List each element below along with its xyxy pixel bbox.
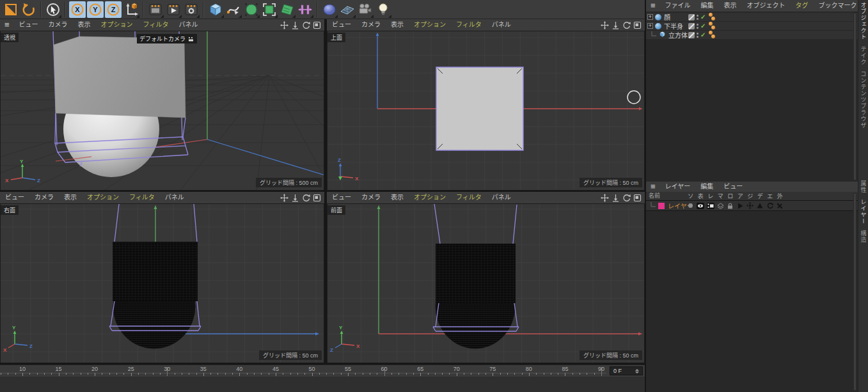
menu-item[interactable]: ロ (725, 192, 736, 200)
menu-item[interactable]: 編集 (695, 181, 718, 192)
menu-item[interactable]: ア (736, 192, 746, 200)
rotate-view-icon[interactable] (622, 194, 631, 202)
edit-toggle-icon[interactable] (688, 32, 695, 38)
menu-item[interactable]: 表示 (59, 192, 82, 203)
generators-icon[interactable] (261, 1, 278, 18)
menu-item[interactable]: フィルタ (138, 19, 174, 31)
layer-color-swatch[interactable] (658, 203, 665, 209)
symmetry-icon[interactable] (297, 1, 313, 18)
menu-item[interactable]: カメラ (29, 192, 59, 203)
menu-item[interactable]: デ (755, 192, 766, 200)
x-axis-lock-icon[interactable]: X (69, 1, 86, 18)
z-axis-lock-icon[interactable]: Z (105, 1, 122, 18)
object-handle-circle[interactable] (627, 91, 640, 104)
rotate-view-icon[interactable] (622, 21, 631, 29)
camera-icon[interactable] (357, 1, 374, 18)
deformers-toggle-icon[interactable] (755, 203, 766, 209)
object-manager-menu-items[interactable]: ファイル編集表示オブジェクトタグブックマーク (660, 0, 862, 12)
menu-item[interactable]: 属性 (858, 180, 868, 193)
menu-item[interactable]: オブジェクト (742, 0, 791, 12)
menu-item[interactable]: ビュー (14, 19, 43, 31)
menu-item[interactable]: 表示 (73, 19, 96, 31)
cube-wireframe[interactable] (113, 242, 198, 301)
menu-item[interactable]: オプション (96, 19, 138, 31)
dolly-view-icon[interactable] (612, 194, 620, 202)
live-selection-icon[interactable] (45, 1, 61, 18)
viewport-menu-items[interactable]: ビューカメラ表示オプションフィルタパネル (0, 192, 189, 203)
menu-item[interactable]: オプション (82, 192, 124, 203)
visibility-dots[interactable] (697, 33, 698, 38)
cube-wireframe[interactable] (436, 244, 516, 303)
toggle-view-icon[interactable] (313, 194, 321, 202)
layer-row[interactable]: レイヤー (646, 201, 858, 210)
menu-item[interactable]: ビュー (0, 192, 29, 203)
menu-item[interactable]: フィルタ (451, 19, 487, 31)
viewport-menu-items[interactable]: ビューカメラ表示オプションフィルタパネル (327, 192, 516, 203)
edit-toggle-icon[interactable] (688, 23, 695, 29)
expressions-toggle-icon[interactable] (765, 203, 775, 209)
floor-icon[interactable] (339, 1, 356, 18)
menu-item[interactable]: レイヤー (660, 181, 696, 192)
viewport-front[interactable]: Y X Z 前面 グリッド間隔 : 50 cm (327, 203, 645, 363)
dolly-view-icon[interactable] (291, 194, 299, 202)
camera-badge[interactable]: デフォルトカメラ (137, 34, 197, 43)
phong-tag-icon[interactable] (707, 31, 716, 39)
menu-item[interactable]: ソ (686, 192, 696, 200)
menu-item[interactable]: 構造 (858, 230, 868, 243)
object-name[interactable]: 立方体 (668, 30, 688, 40)
animation-toggle-icon[interactable] (736, 203, 746, 209)
rotate-view-icon[interactable] (302, 194, 310, 202)
spline-pen-icon[interactable] (225, 1, 242, 18)
menu-item[interactable]: タグ (791, 0, 814, 12)
light-icon[interactable] (375, 1, 391, 18)
edit-toggle-icon[interactable] (688, 14, 695, 20)
menu-item[interactable]: レ (706, 192, 716, 200)
object-name[interactable]: 顔 (664, 12, 670, 22)
timeline-ruler[interactable]: 1015202530354045505560657075808590 0 F (0, 365, 645, 377)
rotate-view-icon[interactable] (302, 21, 310, 29)
solo-toggle-icon[interactable] (686, 203, 696, 208)
menu-item[interactable]: 表 (696, 192, 706, 200)
phong-tag-icon[interactable] (707, 22, 716, 30)
toggle-view-icon[interactable] (633, 21, 642, 29)
xref-toggle-icon[interactable] (775, 203, 785, 209)
menu-item[interactable]: ビュー (327, 19, 356, 31)
menu-item[interactable]: オプション (409, 19, 451, 31)
coordinate-system-icon[interactable] (123, 1, 139, 18)
menu-item[interactable]: パネル (487, 192, 516, 203)
viewport-menu-items[interactable]: ビューカメラ表示オプションフィルタパネル (14, 19, 203, 31)
menu-item[interactable]: レイヤー (858, 199, 868, 224)
menu-item[interactable]: ジ (745, 192, 755, 200)
visibility-dots[interactable] (697, 24, 698, 29)
edit-render-settings-icon[interactable] (183, 1, 200, 18)
ruler-ticks[interactable]: 1015202530354045505560657075808590 (0, 365, 608, 377)
dolly-view-icon[interactable] (612, 21, 620, 29)
menu-item[interactable]: エ (765, 192, 775, 200)
enabled-check-icon[interactable]: ✓ (700, 13, 706, 20)
lock-toggle-icon[interactable] (725, 203, 736, 209)
menu-item[interactable]: パネル (487, 19, 516, 31)
frame-stepper-icon[interactable] (635, 369, 639, 373)
menu-item[interactable]: テイク (858, 46, 868, 65)
object-manager-panel-icon[interactable]: ≡ (646, 1, 660, 11)
visibility-dots[interactable] (697, 15, 698, 20)
render-view-icon[interactable] (147, 1, 164, 18)
view-panel-menu-icon[interactable]: ≡ (0, 20, 14, 30)
viewport-top[interactable]: Z X 上面 グリッド間隔 : 50 cm (327, 31, 645, 191)
pan-view-icon[interactable] (601, 21, 609, 29)
menu-item[interactable]: 表示 (386, 19, 409, 31)
menu-item[interactable]: カメラ (43, 19, 73, 31)
layer-manager-menu-items[interactable]: レイヤー編集ビュー (660, 181, 748, 192)
manager-toggle-icon[interactable] (716, 203, 726, 209)
render-to-picture-viewer-icon[interactable] (165, 1, 182, 18)
expand-icon[interactable]: + (647, 23, 653, 29)
y-axis-lock-icon[interactable]: Y (87, 1, 104, 18)
object-name[interactable]: 下半身 (664, 21, 683, 31)
object-manager-scrollbar[interactable] (853, 13, 856, 180)
object-row-face[interactable]: + 顔 ✓ (646, 13, 858, 21)
phong-tag-icon[interactable] (707, 13, 716, 21)
layer-manager-panel-icon[interactable]: ≡ (646, 182, 660, 192)
add-cube-icon[interactable] (207, 1, 224, 18)
dolly-view-icon[interactable] (291, 21, 299, 29)
viewport-perspective[interactable]: Y X Z 透視 デフォルトカメラ グリッド間隔 : 500 cm (0, 31, 324, 191)
